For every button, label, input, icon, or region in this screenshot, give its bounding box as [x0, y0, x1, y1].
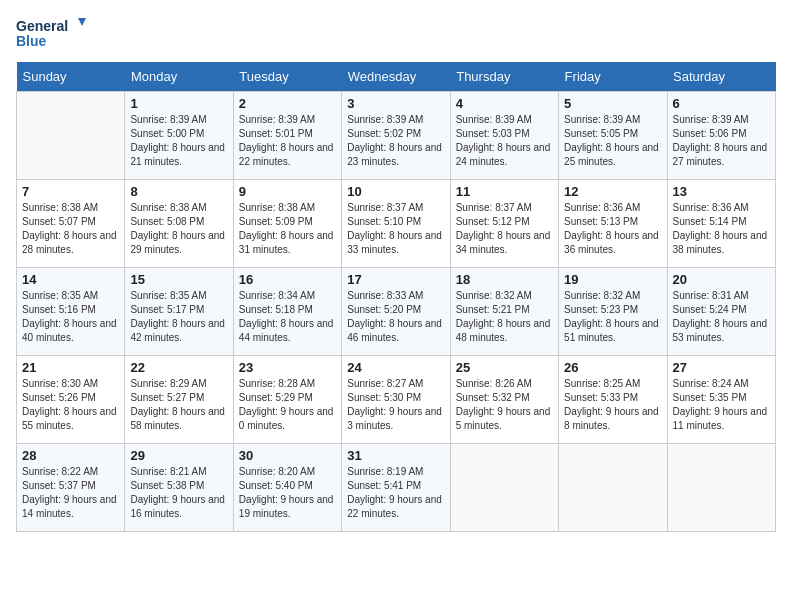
day-info: Sunrise: 8:27 AMSunset: 5:30 PMDaylight:…: [347, 377, 444, 433]
weekday-header-saturday: Saturday: [667, 62, 775, 92]
calendar-cell: [559, 444, 667, 532]
calendar-cell: 24Sunrise: 8:27 AMSunset: 5:30 PMDayligh…: [342, 356, 450, 444]
day-number: 30: [239, 448, 336, 463]
calendar-cell: 19Sunrise: 8:32 AMSunset: 5:23 PMDayligh…: [559, 268, 667, 356]
day-info: Sunrise: 8:22 AMSunset: 5:37 PMDaylight:…: [22, 465, 119, 521]
day-number: 19: [564, 272, 661, 287]
day-number: 12: [564, 184, 661, 199]
day-info: Sunrise: 8:36 AMSunset: 5:14 PMDaylight:…: [673, 201, 770, 257]
calendar-cell: 7Sunrise: 8:38 AMSunset: 5:07 PMDaylight…: [17, 180, 125, 268]
calendar-cell: 18Sunrise: 8:32 AMSunset: 5:21 PMDayligh…: [450, 268, 558, 356]
calendar-cell: 21Sunrise: 8:30 AMSunset: 5:26 PMDayligh…: [17, 356, 125, 444]
calendar-cell: [667, 444, 775, 532]
day-info: Sunrise: 8:39 AMSunset: 5:01 PMDaylight:…: [239, 113, 336, 169]
calendar-cell: 11Sunrise: 8:37 AMSunset: 5:12 PMDayligh…: [450, 180, 558, 268]
calendar-cell: 10Sunrise: 8:37 AMSunset: 5:10 PMDayligh…: [342, 180, 450, 268]
day-info: Sunrise: 8:34 AMSunset: 5:18 PMDaylight:…: [239, 289, 336, 345]
day-number: 23: [239, 360, 336, 375]
calendar-table: SundayMondayTuesdayWednesdayThursdayFrid…: [16, 62, 776, 532]
day-info: Sunrise: 8:28 AMSunset: 5:29 PMDaylight:…: [239, 377, 336, 433]
day-number: 26: [564, 360, 661, 375]
day-info: Sunrise: 8:32 AMSunset: 5:23 PMDaylight:…: [564, 289, 661, 345]
calendar-cell: 3Sunrise: 8:39 AMSunset: 5:02 PMDaylight…: [342, 92, 450, 180]
day-info: Sunrise: 8:35 AMSunset: 5:16 PMDaylight:…: [22, 289, 119, 345]
calendar-cell: 23Sunrise: 8:28 AMSunset: 5:29 PMDayligh…: [233, 356, 341, 444]
day-number: 24: [347, 360, 444, 375]
day-number: 10: [347, 184, 444, 199]
week-row-2: 7Sunrise: 8:38 AMSunset: 5:07 PMDaylight…: [17, 180, 776, 268]
calendar-body: 1Sunrise: 8:39 AMSunset: 5:00 PMDaylight…: [17, 92, 776, 532]
calendar-cell: 29Sunrise: 8:21 AMSunset: 5:38 PMDayligh…: [125, 444, 233, 532]
day-info: Sunrise: 8:36 AMSunset: 5:13 PMDaylight:…: [564, 201, 661, 257]
day-number: 4: [456, 96, 553, 111]
calendar-cell: 12Sunrise: 8:36 AMSunset: 5:13 PMDayligh…: [559, 180, 667, 268]
weekday-header-friday: Friday: [559, 62, 667, 92]
calendar-cell: 30Sunrise: 8:20 AMSunset: 5:40 PMDayligh…: [233, 444, 341, 532]
day-info: Sunrise: 8:20 AMSunset: 5:40 PMDaylight:…: [239, 465, 336, 521]
day-info: Sunrise: 8:29 AMSunset: 5:27 PMDaylight:…: [130, 377, 227, 433]
weekday-header-tuesday: Tuesday: [233, 62, 341, 92]
day-number: 17: [347, 272, 444, 287]
calendar-cell: [450, 444, 558, 532]
day-info: Sunrise: 8:30 AMSunset: 5:26 PMDaylight:…: [22, 377, 119, 433]
day-info: Sunrise: 8:39 AMSunset: 5:03 PMDaylight:…: [456, 113, 553, 169]
day-number: 3: [347, 96, 444, 111]
day-number: 27: [673, 360, 770, 375]
day-number: 21: [22, 360, 119, 375]
day-number: 29: [130, 448, 227, 463]
calendar-cell: 4Sunrise: 8:39 AMSunset: 5:03 PMDaylight…: [450, 92, 558, 180]
day-number: 25: [456, 360, 553, 375]
day-number: 14: [22, 272, 119, 287]
day-info: Sunrise: 8:39 AMSunset: 5:02 PMDaylight:…: [347, 113, 444, 169]
weekday-header-thursday: Thursday: [450, 62, 558, 92]
day-info: Sunrise: 8:39 AMSunset: 5:06 PMDaylight:…: [673, 113, 770, 169]
day-number: 31: [347, 448, 444, 463]
day-number: 7: [22, 184, 119, 199]
logo-svg: General Blue: [16, 16, 86, 52]
day-number: 16: [239, 272, 336, 287]
day-info: Sunrise: 8:25 AMSunset: 5:33 PMDaylight:…: [564, 377, 661, 433]
calendar-cell: [17, 92, 125, 180]
week-row-1: 1Sunrise: 8:39 AMSunset: 5:00 PMDaylight…: [17, 92, 776, 180]
calendar-cell: 2Sunrise: 8:39 AMSunset: 5:01 PMDaylight…: [233, 92, 341, 180]
calendar-cell: 20Sunrise: 8:31 AMSunset: 5:24 PMDayligh…: [667, 268, 775, 356]
day-info: Sunrise: 8:35 AMSunset: 5:17 PMDaylight:…: [130, 289, 227, 345]
calendar-cell: 28Sunrise: 8:22 AMSunset: 5:37 PMDayligh…: [17, 444, 125, 532]
day-number: 22: [130, 360, 227, 375]
day-info: Sunrise: 8:32 AMSunset: 5:21 PMDaylight:…: [456, 289, 553, 345]
day-number: 20: [673, 272, 770, 287]
day-info: Sunrise: 8:26 AMSunset: 5:32 PMDaylight:…: [456, 377, 553, 433]
day-info: Sunrise: 8:19 AMSunset: 5:41 PMDaylight:…: [347, 465, 444, 521]
day-number: 2: [239, 96, 336, 111]
calendar-cell: 25Sunrise: 8:26 AMSunset: 5:32 PMDayligh…: [450, 356, 558, 444]
calendar-cell: 14Sunrise: 8:35 AMSunset: 5:16 PMDayligh…: [17, 268, 125, 356]
day-info: Sunrise: 8:39 AMSunset: 5:00 PMDaylight:…: [130, 113, 227, 169]
weekday-header-sunday: Sunday: [17, 62, 125, 92]
calendar-cell: 8Sunrise: 8:38 AMSunset: 5:08 PMDaylight…: [125, 180, 233, 268]
day-number: 9: [239, 184, 336, 199]
svg-text:General: General: [16, 18, 68, 34]
day-number: 5: [564, 96, 661, 111]
day-number: 11: [456, 184, 553, 199]
day-info: Sunrise: 8:31 AMSunset: 5:24 PMDaylight:…: [673, 289, 770, 345]
day-info: Sunrise: 8:39 AMSunset: 5:05 PMDaylight:…: [564, 113, 661, 169]
day-info: Sunrise: 8:38 AMSunset: 5:08 PMDaylight:…: [130, 201, 227, 257]
week-row-3: 14Sunrise: 8:35 AMSunset: 5:16 PMDayligh…: [17, 268, 776, 356]
weekday-header-monday: Monday: [125, 62, 233, 92]
logo: General Blue: [16, 16, 86, 52]
day-info: Sunrise: 8:24 AMSunset: 5:35 PMDaylight:…: [673, 377, 770, 433]
svg-text:Blue: Blue: [16, 33, 47, 49]
svg-marker-2: [78, 18, 86, 26]
week-row-4: 21Sunrise: 8:30 AMSunset: 5:26 PMDayligh…: [17, 356, 776, 444]
day-number: 1: [130, 96, 227, 111]
day-info: Sunrise: 8:37 AMSunset: 5:10 PMDaylight:…: [347, 201, 444, 257]
day-info: Sunrise: 8:37 AMSunset: 5:12 PMDaylight:…: [456, 201, 553, 257]
calendar-cell: 26Sunrise: 8:25 AMSunset: 5:33 PMDayligh…: [559, 356, 667, 444]
calendar-cell: 13Sunrise: 8:36 AMSunset: 5:14 PMDayligh…: [667, 180, 775, 268]
page-header: General Blue: [16, 16, 776, 52]
weekday-header-row: SundayMondayTuesdayWednesdayThursdayFrid…: [17, 62, 776, 92]
calendar-cell: 1Sunrise: 8:39 AMSunset: 5:00 PMDaylight…: [125, 92, 233, 180]
day-number: 6: [673, 96, 770, 111]
calendar-cell: 17Sunrise: 8:33 AMSunset: 5:20 PMDayligh…: [342, 268, 450, 356]
day-number: 28: [22, 448, 119, 463]
